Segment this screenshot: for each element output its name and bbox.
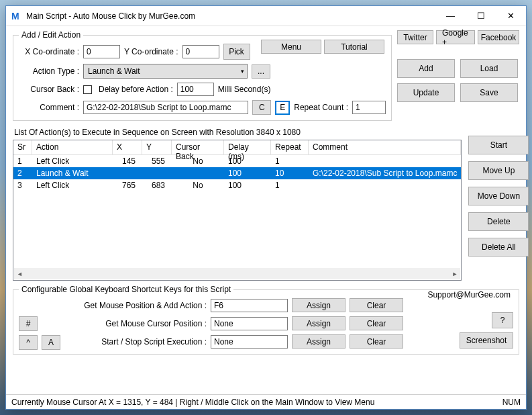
table-cell: 1 [13,156,32,167]
table-row[interactable]: 2Launch & Wait10010G:\22-02-2018\Sub Scr… [13,167,461,179]
th-sr[interactable]: Sr [13,140,32,154]
table-cell: 2 [13,168,32,179]
table-cell: No [172,180,224,191]
support-link[interactable]: Support@MurGee.com [425,290,513,299]
shortcuts-legend: Configurable Global Keyboard Shortcut Ke… [19,285,233,294]
table-cell: 683 [142,180,172,191]
update-button[interactable]: Update [397,83,455,102]
table-cell [172,173,224,174]
h-scrollbar[interactable]: ◄ ► [14,268,460,279]
table-body: 1Left Click145555No10012Launch & Wait100… [13,155,461,191]
caret-button[interactable]: ^ [19,335,38,350]
table-cell: 765 [113,180,142,191]
maximize-button[interactable]: ☐ [466,6,496,26]
screenshot-button[interactable]: Screenshot [460,332,513,349]
table-cell: G:\22-02-2018\Sub Script to Loop.mamc [309,168,461,179]
shortcut1-assign-button[interactable]: Assign [292,298,345,312]
x-coord-input[interactable] [83,45,120,58]
table-row[interactable]: 1Left Click145555No1001 [13,155,461,167]
shortcut2-label: Get Mouse Cursor Position : [19,319,207,328]
table-header: Sr Action X Y Cursor Back Delay (ms) Rep… [13,140,461,155]
table-cell: 100 [224,156,271,167]
shortcut1-input[interactable] [211,299,288,312]
table-cell: Left Click [32,180,113,191]
list-caption: List Of Action(s) to Execute in Sequence… [14,128,462,137]
table-cell [142,173,172,174]
google-button[interactable]: Google + [436,30,475,44]
c-button[interactable]: C [252,100,271,115]
scroll-track[interactable] [25,268,449,279]
main-window: M Main Script - Auto Mouse Click by MurG… [5,5,527,410]
close-button[interactable]: ✕ [496,6,526,26]
shortcut1-label: Get Mouse Position & Add Action : [19,301,207,310]
status-bar: Currently Mouse Cursor At X = 1315, Y = … [6,394,526,409]
facebook-button[interactable]: Facebook [478,30,519,44]
titlebar[interactable]: M Main Script - Auto Mouse Click by MurG… [6,6,526,26]
hash-button[interactable]: # [19,316,38,331]
delay-unit-label: Milli Second(s) [218,85,271,94]
repeat-count-label: Repeat Count : [294,103,348,112]
shortcut3-assign-button[interactable]: Assign [292,334,345,349]
table-cell [309,185,461,186]
save-button[interactable]: Save [460,83,518,102]
table-cell: 3 [13,180,32,191]
comment-input[interactable] [83,101,248,114]
th-x[interactable]: X [113,140,142,154]
chevron-down-icon: ▾ [241,68,244,75]
help-button[interactable]: ? [492,312,513,328]
move-down-button[interactable]: Move Down [468,187,529,205]
shortcut2-input[interactable] [211,317,288,330]
add-edit-fieldset: Add / Edit Action Menu Tutorial X Co-ord… [13,30,392,121]
delay-input[interactable] [177,83,214,96]
menu-button[interactable]: Menu [261,40,321,54]
twitter-button[interactable]: Twitter [397,30,433,44]
action-type-select[interactable]: Launch & Wait ▾ [83,64,248,79]
pick-button[interactable]: Pick [223,44,250,60]
repeat-count-input[interactable] [352,101,386,114]
y-coord-label: Y Co-ordinate : [124,47,178,56]
table-cell: 555 [142,156,172,167]
delay-label: Delay before Action : [99,85,173,94]
table-cell: 145 [113,156,142,167]
a-button[interactable]: A [42,335,60,350]
y-coord-input[interactable] [182,45,219,58]
app-icon: M [11,11,22,21]
shortcuts-fieldset: Configurable Global Keyboard Shortcut Ke… [13,285,519,355]
table-cell: 100 [224,168,271,179]
table-cell [309,160,461,162]
action-type-more-button[interactable]: ... [252,64,270,79]
th-cursor-back[interactable]: Cursor Back [172,140,224,154]
add-button[interactable]: Add [397,59,455,78]
table-cell [113,173,142,174]
move-up-button[interactable]: Move Up [468,161,529,180]
x-coord-label: X Co-ordinate : [19,47,79,56]
table-cell: 1 [271,156,309,167]
shortcut2-assign-button[interactable]: Assign [292,316,345,330]
action-type-value: Launch & Wait [88,66,140,76]
start-button[interactable]: Start [468,136,529,154]
comment-label: Comment : [19,103,79,112]
th-delay[interactable]: Delay (ms) [224,140,271,154]
shortcut3-input[interactable] [211,335,288,349]
table-cell: 10 [271,168,309,179]
th-comment[interactable]: Comment [309,140,461,154]
table-row[interactable]: 3Left Click765683No1001 [13,179,461,191]
shortcut2-clear-button[interactable]: Clear [350,316,403,330]
tutorial-button[interactable]: Tutorial [324,40,384,54]
load-button[interactable]: Load [460,59,518,78]
minimize-button[interactable]: — [435,6,466,26]
delete-all-button[interactable]: Delete All [468,238,529,257]
e-button[interactable]: E [275,101,290,115]
th-action[interactable]: Action [32,140,113,154]
shortcut1-clear-button[interactable]: Clear [350,298,403,312]
delete-button[interactable]: Delete [468,212,529,231]
th-y[interactable]: Y [142,140,172,154]
add-edit-legend: Add / Edit Action [19,30,83,40]
shortcut3-clear-button[interactable]: Clear [350,334,403,349]
action-type-label: Action Type : [19,66,79,76]
table-cell: 1 [271,180,309,191]
scroll-left-icon[interactable]: ◄ [14,268,25,279]
th-repeat[interactable]: Repeat [271,140,309,154]
scroll-right-icon[interactable]: ► [449,268,460,279]
cursor-back-checkbox[interactable] [83,85,92,94]
